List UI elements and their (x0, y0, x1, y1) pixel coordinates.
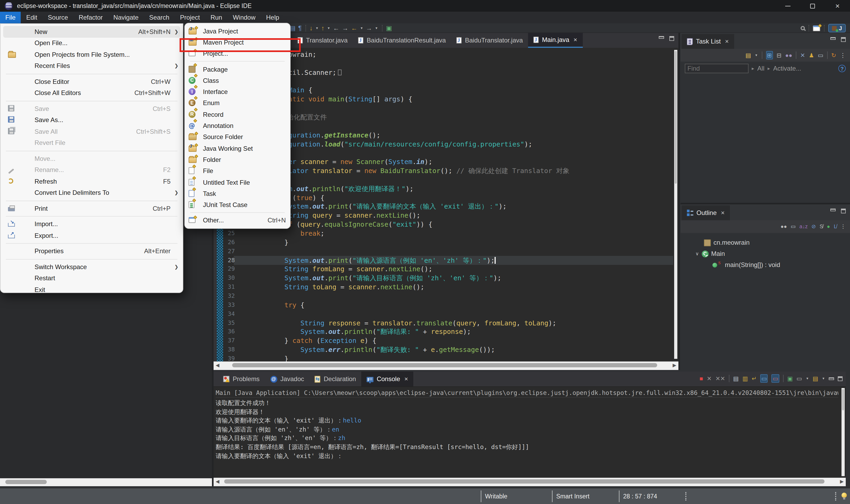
hide-fields-icon[interactable]: ⊘ (812, 223, 816, 230)
word-wrap-icon[interactable]: ↵ (752, 375, 757, 382)
outline-item-cn-meowrain[interactable]: cn.meowrain (704, 237, 750, 248)
help-icon[interactable]: ? (838, 65, 846, 72)
task-filter-all[interactable]: All (757, 65, 764, 72)
scroll-lock-icon[interactable]: ▥ (742, 375, 748, 382)
hide-static-icon[interactable]: S̸ (819, 223, 823, 230)
dropdown-caret-icon[interactable]: ▼ (315, 26, 319, 30)
tab-main-java[interactable]: JMain.java× (528, 33, 583, 48)
file-menu-item-switch-workspace[interactable]: Switch Workspace❯ (3, 261, 180, 273)
synchronize-icon[interactable]: ↻ (831, 52, 836, 59)
next-annotation-icon[interactable]: ↓ (310, 24, 313, 32)
dropdown-caret-icon[interactable]: ▼ (360, 26, 363, 30)
file-menu-item-rename[interactable]: Rename...F2 (3, 164, 180, 176)
show-whitespace-icon[interactable]: ¶ (298, 24, 302, 32)
display-selected-console-icon[interactable]: ▭ (797, 375, 802, 382)
new-submenu-item-package[interactable]: Package (185, 64, 290, 75)
search-icon[interactable] (801, 26, 805, 30)
minimize-task-list-icon[interactable] (830, 37, 836, 40)
focus-icon[interactable]: ●● (780, 223, 787, 230)
file-menu-item-export[interactable]: ↗Export... (3, 230, 180, 241)
file-menu-item-save[interactable]: SaveCtrl+S (3, 103, 180, 114)
maximize-task-list-icon[interactable] (841, 37, 846, 42)
menu-window[interactable]: Window (227, 12, 261, 23)
java-perspective-button[interactable]: J (828, 24, 846, 32)
scheduled-view-icon[interactable]: ⊟ (777, 52, 781, 59)
new-task-icon[interactable]: ▤ (745, 52, 751, 59)
menu-help[interactable]: Help (261, 12, 284, 23)
new-submenu-item-enum[interactable]: EEnum (185, 98, 290, 109)
back-icon[interactable]: ← (351, 24, 357, 32)
tab-baidutranslationresult-java[interactable]: JBaiduTranslationResult.java (353, 33, 451, 48)
dropdown-caret-icon[interactable]: ▼ (327, 26, 330, 30)
menu-refactor[interactable]: Refactor (73, 12, 108, 23)
terminate-icon[interactable]: ■ (699, 375, 703, 382)
tab-declaration[interactable]: Declaration (310, 372, 361, 386)
categorized-view-icon[interactable]: ⊞ (766, 51, 773, 59)
show-on-stdout-icon[interactable]: ▭ (760, 374, 768, 383)
tab-problems[interactable]: Problems (218, 372, 265, 386)
new-submenu-item-class[interactable]: CClass (185, 75, 290, 86)
close-task-list-icon[interactable]: × (725, 38, 729, 45)
task-filter-activate[interactable]: Activate... (773, 65, 801, 72)
console-output[interactable]: Main [Java Application] C:\Users\meowr\s… (213, 386, 846, 478)
new-submenu-item-java-project[interactable]: JJava Project (185, 25, 290, 37)
minimize-editor-icon[interactable] (659, 36, 664, 39)
remove-all-launches-icon[interactable]: ✕✕ (715, 375, 725, 382)
task-find-input[interactable] (685, 64, 748, 73)
forward-icon[interactable]: → (366, 24, 372, 32)
maximize-outline-icon[interactable] (841, 209, 846, 213)
minimize-outline-icon[interactable] (830, 209, 836, 211)
hide-completed-icon[interactable]: ✕ (800, 52, 805, 59)
outline-item-main-string-void[interactable]: Smain(String[]) : void (712, 259, 780, 270)
new-submenu-item-other[interactable]: Other...Ctrl+N (185, 215, 290, 227)
file-menu-item-open-projects-from-file-system[interactable]: Open Projects from File System... (3, 49, 180, 60)
focus-workweek-icon[interactable]: ●● (785, 52, 792, 59)
outline-item-main[interactable]: ∨CMain (695, 248, 725, 259)
dropdown-caret-icon[interactable]: ▼ (375, 26, 378, 30)
maximize-button[interactable] (800, 0, 825, 12)
pin-console-icon[interactable]: ▣ (787, 375, 793, 382)
file-menu-item-restart[interactable]: Restart (3, 273, 180, 284)
file-menu-item-new[interactable]: NewAlt+Shift+N❯ (3, 26, 180, 37)
maximize-editor-icon[interactable] (670, 36, 674, 41)
view-menu-icon[interactable]: ⋮ (840, 52, 846, 59)
tab-javadoc[interactable]: @Javadoc (265, 372, 309, 386)
package-explorer-hscrollbar[interactable] (0, 478, 212, 486)
dropdown[interactable]: ▼ (805, 375, 809, 382)
show-on-stderr-icon[interactable]: ▭ (771, 374, 779, 383)
file-menu-item-print[interactable]: PrintCtrl+P (3, 203, 180, 214)
new-submenu-item-untitled-text-file[interactable]: Untitled Text File (185, 177, 290, 188)
open-console-icon[interactable]: ▤ (813, 375, 818, 382)
file-menu-item-import[interactable]: ↘Import... (3, 218, 180, 230)
close-button[interactable]: × (825, 0, 850, 12)
file-menu-item-recent-files[interactable]: Recent Files❯ (3, 60, 180, 72)
scroll-right-icon[interactable]: ▶ (673, 362, 676, 368)
file-menu-item-close-all-editors[interactable]: Close All EditorsCtrl+Shift+W (3, 87, 180, 99)
menu-file[interactable]: File (0, 12, 21, 23)
scroll-left-icon[interactable]: ◀ (216, 362, 220, 368)
new-submenu-item-record[interactable]: RRecord (185, 109, 290, 120)
close-tab-icon[interactable]: × (404, 375, 408, 383)
file-menu-item-close-editor[interactable]: Close EditorCtrl+W (3, 76, 180, 87)
new-submenu-item-interface[interactable]: IInterface (185, 86, 290, 98)
next-edit-location-icon[interactable]: → (342, 24, 348, 32)
menu-search[interactable]: Search (144, 12, 175, 23)
minimize-console-icon[interactable] (829, 377, 834, 380)
new-submenu-item-source-folder[interactable]: Source Folder (185, 131, 290, 143)
new-submenu-item-junit-test-case[interactable]: JUnit Test Case (185, 199, 290, 211)
chevron-down-icon[interactable]: ∨ (695, 251, 699, 256)
menu-run[interactable]: Run (205, 12, 227, 23)
open-perspective-icon[interactable] (813, 25, 820, 31)
file-menu-item-convert-line-delimiters-to[interactable]: Convert Line Delimiters To❯ (3, 187, 180, 199)
file-menu-item-properties[interactable]: PropertiesAlt+Enter (3, 246, 180, 257)
close-outline-icon[interactable]: × (721, 209, 725, 217)
clear-console-icon[interactable]: ▤ (733, 375, 739, 382)
new-submenu-item-file[interactable]: File (185, 165, 290, 177)
tab-translator-java[interactable]: JTranslator.java (292, 33, 353, 48)
tab-outline[interactable]: Outline × (681, 205, 730, 220)
maximize-console-icon[interactable] (838, 376, 843, 381)
dropdown[interactable]: ▼ (822, 375, 825, 382)
menu-navigate[interactable]: Navigate (108, 12, 144, 23)
hide-non-public-icon[interactable]: ● (827, 223, 830, 230)
close-tab-icon[interactable]: × (573, 36, 577, 43)
